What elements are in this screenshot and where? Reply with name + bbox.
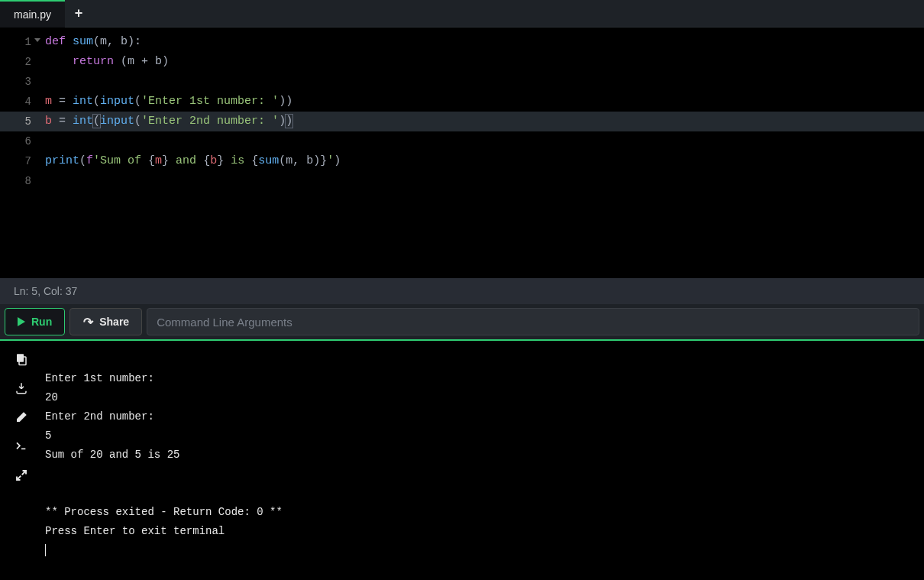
code-line — [42, 131, 924, 151]
copy-icon[interactable] — [14, 352, 29, 367]
run-button[interactable]: Run — [5, 308, 65, 335]
line-number: 8 — [0, 171, 42, 191]
code-line — [42, 72, 924, 92]
code-line: print(f'Sum of {m} and {b} is {sum(m, b)… — [42, 151, 924, 171]
code-editor[interactable]: 1 2 3 4 5 6 7 8 def sum(m, b): return (m… — [0, 28, 924, 278]
terminal-line: Sum of 20 and 5 is 25 — [45, 449, 179, 461]
add-tab-button[interactable]: + — [65, 0, 92, 28]
terminal-line: ** Process exited - Return Code: 0 ** — [45, 506, 283, 518]
share-label: Share — [99, 316, 129, 328]
gutter: 1 2 3 4 5 6 7 8 — [0, 28, 42, 278]
terminal-output[interactable]: Enter 1st number: 20 Enter 2nd number: 5… — [42, 341, 924, 580]
status-bar: Ln: 5, Col: 37 — [0, 278, 924, 304]
terminal-panel: Enter 1st number: 20 Enter 2nd number: 5… — [0, 339, 924, 580]
terminal-icon[interactable] — [14, 439, 29, 454]
line-number: 4 — [0, 92, 42, 112]
code-area[interactable]: def sum(m, b): return (m + b) m = int(in… — [42, 28, 924, 278]
terminal-line: Enter 2nd number: — [45, 410, 160, 423]
line-number: 2 — [0, 52, 42, 72]
download-icon[interactable] — [14, 381, 29, 396]
code-line: return (m + b) — [42, 52, 924, 72]
line-number: 1 — [0, 32, 42, 52]
line-number: 6 — [0, 131, 42, 151]
code-line: def sum(m, b): — [42, 32, 924, 52]
terminal-line: 5 — [45, 429, 51, 442]
fold-icon[interactable] — [34, 38, 40, 42]
line-number: 7 — [0, 151, 42, 171]
expand-icon[interactable] — [14, 468, 29, 483]
command-line-args-input[interactable] — [147, 308, 919, 335]
toolbar: Run Share — [0, 304, 924, 339]
code-line — [42, 171, 924, 191]
tab-file[interactable]: main.py — [0, 0, 65, 28]
svg-rect-1 — [17, 354, 24, 362]
terminal-cursor — [45, 544, 46, 556]
terminal-line: Enter 1st number: — [45, 372, 160, 384]
line-number: 5 — [0, 112, 42, 131]
tab-bar: main.py + — [0, 0, 924, 28]
code-line: b = int(input('Enter 2nd number: ')) — [42, 112, 924, 131]
share-button[interactable]: Share — [69, 308, 142, 335]
terminal-line: 20 — [45, 391, 58, 403]
code-line: m = int(input('Enter 1st number: ')) — [42, 92, 924, 112]
terminal-line: Press Enter to exit terminal — [45, 525, 225, 537]
line-number: 3 — [0, 72, 42, 92]
share-icon — [82, 316, 93, 327]
eraser-icon[interactable] — [14, 410, 29, 425]
cursor-position: Ln: 5, Col: 37 — [14, 285, 77, 297]
run-label: Run — [31, 316, 52, 328]
terminal-sidebar — [0, 341, 42, 580]
play-icon — [18, 317, 25, 326]
tab-label: main.py — [14, 8, 51, 21]
